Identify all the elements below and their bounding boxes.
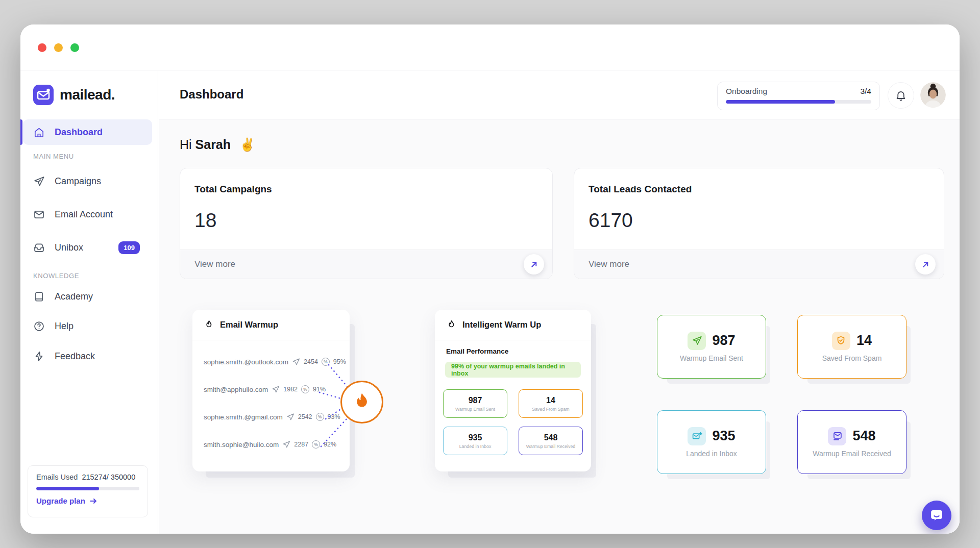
mini-stat-saved-spam: 14 Saved From Spam bbox=[519, 389, 583, 418]
warmup-account-row: smith@apphuilo.com 1982 % 91% bbox=[204, 382, 344, 396]
mini-stat-value: 987 bbox=[469, 396, 482, 405]
health-percent: 95% bbox=[333, 358, 346, 365]
chat-bubble-icon bbox=[928, 507, 945, 524]
health-percent: 92% bbox=[324, 441, 336, 448]
emails-sent-count: 2287 bbox=[294, 441, 308, 448]
mini-stat-label: Warmup Email Sent bbox=[455, 407, 495, 412]
mini-stat-value: 14 bbox=[546, 396, 555, 405]
usage-progress-track bbox=[36, 487, 139, 490]
app-window: mailead. Dashboard MAIN MENU Campaigns bbox=[20, 24, 960, 534]
desktop-background: mailead. Dashboard MAIN MENU Campaigns bbox=[0, 0, 980, 548]
paper-plane-icon bbox=[272, 385, 280, 393]
notifications-button[interactable] bbox=[888, 82, 914, 109]
view-more-link[interactable]: View more bbox=[194, 259, 235, 269]
chat-widget-button[interactable] bbox=[922, 501, 951, 530]
open-leads-button[interactable] bbox=[915, 254, 936, 275]
arrow-up-right-icon bbox=[530, 260, 538, 269]
mini-stat-value: 935 bbox=[469, 433, 482, 442]
mail-received-icon bbox=[832, 431, 843, 441]
sidebar-item-help[interactable]: Help bbox=[23, 313, 152, 339]
sidebar-item-label: Unibox bbox=[55, 242, 83, 253]
arrow-up-right-icon bbox=[921, 260, 930, 269]
greeting-prefix: Hi bbox=[180, 137, 192, 152]
account-email: sophie.smith.@gmail.com bbox=[204, 413, 283, 421]
mini-stat-warmup-received: 548 Warmup Email Received bbox=[519, 427, 583, 455]
sidebar-item-unibox[interactable]: Unibox 109 bbox=[23, 235, 152, 260]
close-window-button[interactable] bbox=[38, 43, 46, 52]
usage-progress-fill bbox=[36, 487, 99, 490]
stat-card-warmup-sent: 987 Warmup Email Sent bbox=[657, 315, 766, 379]
sidebar-item-label: Campaigns bbox=[55, 176, 101, 187]
account-email: sophie.smith.@outlook.com bbox=[204, 358, 288, 366]
stat-value: 548 bbox=[852, 428, 875, 444]
warmup-account-row: smith.sophie@huilo.com 2287 % 92% bbox=[204, 437, 344, 452]
intelligent-warmup-title: Intelligent Warm Up bbox=[462, 320, 541, 330]
page-title: Dashboard bbox=[180, 87, 243, 102]
sidebar-item-label: Help bbox=[55, 321, 74, 332]
stat-icon-wrap bbox=[828, 427, 846, 445]
arrow-right-icon bbox=[89, 497, 97, 505]
card-value: 6170 bbox=[589, 209, 633, 232]
sidebar-item-feedback[interactable]: Feedback bbox=[23, 343, 152, 369]
account-email: smith@apphuilo.com bbox=[204, 386, 268, 393]
stat-card-saved-spam: 14 Saved From Spam bbox=[797, 315, 906, 379]
sidebar-item-email-account[interactable]: Email Account bbox=[23, 202, 152, 227]
usage-label: Emails Used bbox=[36, 473, 78, 481]
envelope-icon bbox=[33, 209, 45, 220]
onboarding-progress-track bbox=[726, 100, 871, 104]
sidebar-item-academy[interactable]: Academy bbox=[23, 284, 152, 309]
sidebar-item-dashboard[interactable]: Dashboard bbox=[23, 119, 152, 145]
view-more-link[interactable]: View more bbox=[589, 259, 629, 269]
stat-icon-wrap bbox=[688, 332, 706, 350]
onboarding-progress-text: 3/4 bbox=[860, 87, 871, 96]
email-performance-label: Email Performance bbox=[446, 347, 508, 355]
mini-stat-landed-inbox: 935 Landed in Inbox bbox=[443, 427, 507, 455]
onboarding-widget[interactable]: Onboarding 3/4 bbox=[717, 82, 880, 110]
stat-card-warmup-received: 548 Warmup Email Received bbox=[797, 410, 906, 474]
zoom-window-button[interactable] bbox=[70, 43, 79, 52]
shield-check-icon bbox=[836, 335, 846, 346]
flame-icon bbox=[446, 319, 457, 330]
bell-icon bbox=[895, 89, 907, 102]
onboarding-progress-fill bbox=[726, 100, 835, 104]
stat-label: Saved From Spam bbox=[822, 354, 882, 362]
sidebar-item-label: Academy bbox=[55, 291, 93, 302]
warmup-flame-badge bbox=[340, 381, 383, 424]
section-label-knowledge: KNOWLEDGE bbox=[33, 272, 79, 280]
envelope-logo-icon bbox=[33, 85, 54, 105]
percent-circle-icon: % bbox=[312, 440, 320, 449]
app-logo: mailead. bbox=[33, 85, 115, 105]
sidebar-item-label: Dashboard bbox=[55, 127, 103, 138]
app-name: mailead. bbox=[60, 87, 115, 103]
user-avatar[interactable] bbox=[920, 82, 946, 108]
paper-plane-icon bbox=[292, 358, 300, 366]
upgrade-plan-link[interactable]: Upgrade plan bbox=[36, 496, 139, 505]
lightning-icon bbox=[33, 351, 45, 362]
total-campaigns-card: Total Campaigns 18 View more bbox=[180, 168, 553, 279]
stat-value: 14 bbox=[856, 333, 872, 348]
sidebar: mailead. Dashboard MAIN MENU Campaigns bbox=[20, 71, 158, 534]
card-title: Total Campaigns bbox=[194, 184, 272, 195]
flame-icon bbox=[204, 319, 214, 330]
wave-emoji: ✌️ bbox=[239, 137, 255, 152]
intelligent-warmup-card: Intelligent Warm Up Email Performance 99… bbox=[435, 310, 591, 471]
help-circle-icon bbox=[33, 320, 45, 332]
email-usage-card: Emails Used 215274/ 350000 Upgrade plan bbox=[28, 465, 148, 517]
warmup-account-list: sophie.smith.@outlook.com 2454 % 95% smi… bbox=[192, 340, 350, 452]
home-icon bbox=[33, 127, 45, 138]
card-footer: View more bbox=[180, 250, 552, 279]
paper-plane-icon bbox=[286, 413, 295, 421]
onboarding-label: Onboarding bbox=[726, 87, 767, 96]
mail-download-icon bbox=[692, 431, 702, 441]
health-percent: 91% bbox=[313, 386, 326, 393]
minimize-window-button[interactable] bbox=[54, 43, 63, 52]
window-titlebar bbox=[20, 24, 960, 70]
percent-circle-icon: % bbox=[316, 413, 324, 421]
email-warmup-title: Email Warmup bbox=[220, 320, 278, 330]
stat-label: Warmup Email Sent bbox=[680, 354, 743, 362]
section-label-main-menu: MAIN MENU bbox=[33, 153, 74, 160]
emails-sent-count: 2542 bbox=[298, 413, 312, 420]
mini-stat-label: Warmup Email Received bbox=[526, 444, 575, 449]
open-campaigns-button[interactable] bbox=[524, 254, 544, 275]
sidebar-item-campaigns[interactable]: Campaigns bbox=[23, 168, 152, 194]
